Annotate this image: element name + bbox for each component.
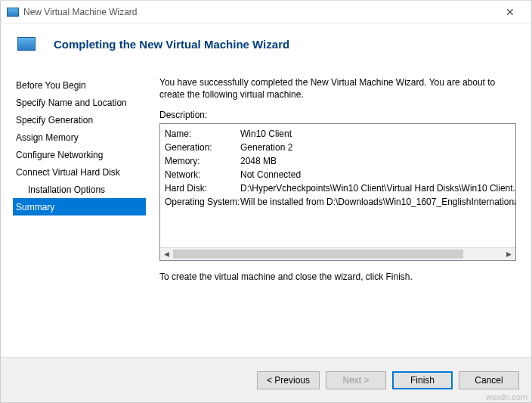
sidebar-item-installation-options[interactable]: Installation Options bbox=[13, 181, 146, 198]
scroll-right-button[interactable]: ▶ bbox=[503, 248, 515, 260]
titlebar: New Virtual Machine Wizard ✕ bbox=[1, 1, 531, 23]
sidebar-item-label: Connect Virtual Hard Disk bbox=[16, 167, 120, 178]
sidebar-item-assign-memory[interactable]: Assign Memory bbox=[13, 129, 146, 146]
wizard-main: You have successfully completed the New … bbox=[146, 63, 519, 357]
window-title: New Virtual Machine Wizard bbox=[23, 7, 495, 17]
close-icon: ✕ bbox=[506, 6, 515, 18]
sidebar-item-label: Installation Options bbox=[28, 184, 105, 195]
description-key: Name: bbox=[165, 127, 240, 141]
description-value: Not Connected bbox=[240, 168, 515, 181]
sidebar-item-configure-networking[interactable]: Configure Networking bbox=[13, 146, 146, 163]
description-label: Description: bbox=[159, 110, 516, 120]
finish-instruction: To create the virtual machine and close … bbox=[159, 271, 516, 282]
sidebar-item-specify-name-and-location[interactable]: Specify Name and Location bbox=[13, 94, 146, 111]
cancel-button[interactable]: Cancel bbox=[459, 371, 519, 389]
description-key: Network: bbox=[165, 168, 240, 181]
chevron-right-icon: ▶ bbox=[506, 250, 512, 258]
previous-button[interactable]: < Previous bbox=[257, 371, 320, 389]
wizard-header: Completing the New Virtual Machine Wizar… bbox=[1, 23, 531, 63]
chevron-left-icon: ◀ bbox=[164, 250, 169, 258]
description-box: Name:Win10 ClientGeneration:Generation 2… bbox=[159, 123, 516, 261]
description-row: Name:Win10 Client bbox=[165, 127, 515, 141]
page-title: Completing the New Virtual Machine Wizar… bbox=[54, 38, 289, 51]
wizard-body: Before You BeginSpecify Name and Locatio… bbox=[1, 63, 531, 357]
description-row: Generation:Generation 2 bbox=[165, 141, 515, 154]
description-row: Memory:2048 MB bbox=[165, 154, 515, 168]
description-key: Operating System: bbox=[165, 195, 240, 209]
next-button: Next > bbox=[326, 371, 386, 389]
description-row: Network:Not Connected bbox=[165, 168, 515, 181]
sidebar-item-label: Assign Memory bbox=[16, 132, 79, 143]
wizard-steps-sidebar: Before You BeginSpecify Name and Locatio… bbox=[13, 63, 146, 357]
description-key: Memory: bbox=[165, 154, 240, 168]
sidebar-item-summary[interactable]: Summary bbox=[13, 198, 146, 215]
description-value: 2048 MB bbox=[240, 154, 515, 168]
description-key: Generation: bbox=[165, 141, 240, 154]
description-rows: Name:Win10 ClientGeneration:Generation 2… bbox=[160, 124, 515, 247]
wizard-footer: < Previous Next > Finish Cancel bbox=[1, 357, 531, 402]
description-value: Win10 Client bbox=[240, 127, 515, 141]
scroll-left-button[interactable]: ◀ bbox=[160, 248, 173, 260]
description-key: Hard Disk: bbox=[165, 181, 240, 195]
sidebar-item-label: Summary bbox=[16, 202, 54, 212]
description-value: Generation 2 bbox=[240, 141, 515, 154]
sidebar-item-specify-generation[interactable]: Specify Generation bbox=[13, 111, 146, 129]
sidebar-item-label: Configure Networking bbox=[16, 150, 103, 160]
sidebar-item-label: Specify Generation bbox=[16, 115, 93, 126]
horizontal-scrollbar[interactable]: ◀ ▶ bbox=[160, 247, 515, 260]
sidebar-item-before-you-begin[interactable]: Before You Begin bbox=[13, 76, 146, 94]
description-row: Operating System:Will be installed from … bbox=[165, 195, 515, 209]
intro-text: You have successfully completed the New … bbox=[159, 76, 516, 101]
close-button[interactable]: ✕ bbox=[495, 2, 525, 23]
wizard-icon bbox=[17, 37, 36, 51]
sidebar-item-label: Specify Name and Location bbox=[16, 98, 127, 108]
description-value: D:\HyperVcheckpoints\Win10 Client\Virtua… bbox=[240, 181, 515, 195]
scroll-thumb[interactable] bbox=[173, 250, 463, 259]
scroll-track[interactable] bbox=[173, 248, 503, 260]
app-icon bbox=[7, 8, 19, 17]
finish-button[interactable]: Finish bbox=[392, 371, 453, 389]
description-row: Hard Disk:D:\HyperVcheckpoints\Win10 Cli… bbox=[165, 181, 515, 195]
sidebar-item-connect-virtual-hard-disk[interactable]: Connect Virtual Hard Disk bbox=[13, 163, 146, 181]
sidebar-item-label: Before You Begin bbox=[16, 80, 86, 91]
description-value: Will be installed from D:\Downloads\Win1… bbox=[240, 195, 515, 209]
